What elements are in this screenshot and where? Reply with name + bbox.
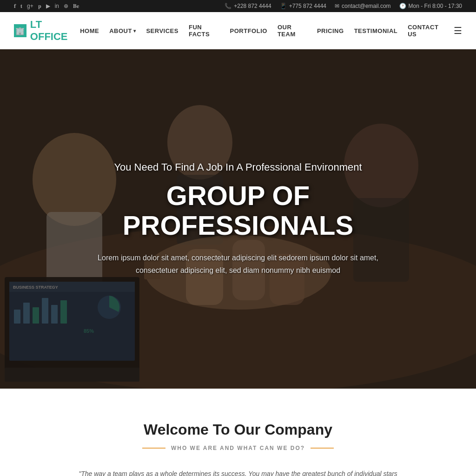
logo-text: LT OFFICE [30, 19, 80, 43]
youtube-icon: ▶ [46, 3, 50, 9]
welcome-subtitle-row: WHO WE ARE AND WHAT CAN WE DO? [14, 445, 462, 451]
rss-icon: ⊕ [64, 3, 68, 9]
behance-link[interactable]: 𝐁𝐞 [73, 3, 79, 9]
nav-home[interactable]: HOME [80, 27, 99, 34]
contact-info: 📞 +228 872 4444 📱 +775 872 4444 ✉ contac… [225, 3, 462, 9]
google-plus-link[interactable]: g+ [27, 3, 33, 9]
hero-description: Lorem ipsum dolor sit amet, consectetur … [71, 251, 405, 277]
right-divider-line [311, 448, 334, 449]
facebook-icon: 𝐟 [14, 3, 16, 9]
nav-our-team[interactable]: OUR TEAM [278, 24, 307, 38]
nav-contact-us[interactable]: CONTACT US [408, 24, 443, 38]
phone2-icon: 📱 [280, 3, 287, 9]
nav-about[interactable]: ABOUT ▾ [109, 27, 136, 34]
nav-fun-facts[interactable]: FUN FACTS [189, 24, 220, 38]
nav-portfolio[interactable]: PORTFOLIO [230, 27, 267, 34]
hamburger-menu[interactable]: ☰ [454, 25, 462, 36]
pinterest-link[interactable]: 𝐩 [38, 3, 41, 9]
main-nav: HOME ABOUT ▾ SERVICES FUN FACTS PORTFOLI… [80, 24, 462, 38]
facebook-link[interactable]: 𝐟 [14, 3, 16, 9]
linkedin-icon: in [55, 3, 59, 9]
clock-icon: 🕐 [399, 3, 406, 9]
welcome-section: Welcome To Our Company WHO WE ARE AND WH… [0, 389, 476, 476]
email: ✉ contact@email.com [335, 3, 391, 9]
twitter-link[interactable]: 𝐭 [20, 3, 22, 9]
logo-icon: 🏢 [14, 24, 26, 37]
linkedin-link[interactable]: in [55, 3, 59, 9]
hero-title: GROUP OF PROFESSIONALS [52, 181, 424, 240]
welcome-quote: "The way a team plays as a whole determi… [75, 468, 401, 476]
youtube-link[interactable]: ▶ [46, 3, 50, 9]
hours: 🕐 Mon - Fri 8:00 - 17:30 [399, 3, 462, 9]
welcome-subtitle: WHO WE ARE AND WHAT CAN WE DO? [171, 445, 305, 451]
nav-testimonial[interactable]: TESTIMONIAL [354, 27, 398, 34]
twitter-icon: 𝐭 [20, 3, 22, 9]
social-links: 𝐟 𝐭 g+ 𝐩 ▶ in ⊕ 𝐁𝐞 [14, 3, 79, 9]
top-bar: 𝐟 𝐭 g+ 𝐩 ▶ in ⊕ 𝐁𝐞 📞 +228 872 4444 📱 +77… [0, 0, 476, 12]
logo[interactable]: 🏢 LT OFFICE [14, 19, 80, 43]
google-plus-icon: g+ [27, 3, 33, 9]
header: 🏢 LT OFFICE HOME ABOUT ▾ SERVICES FUN FA… [0, 12, 476, 49]
behance-icon: 𝐁𝐞 [73, 3, 79, 9]
phone1: 📞 +228 872 4444 [225, 3, 271, 9]
hero-content: You Need To Find A Job In A Professional… [38, 161, 438, 277]
nav-pricing[interactable]: PRICING [317, 27, 344, 34]
rss-link[interactable]: ⊕ [64, 3, 68, 9]
chevron-down-icon: ▾ [133, 28, 136, 33]
phone1-icon: 📞 [225, 3, 231, 9]
left-divider-line [142, 448, 165, 449]
pinterest-icon: 𝐩 [38, 3, 41, 9]
phone2: 📱 +775 872 4444 [280, 3, 326, 9]
nav-services[interactable]: SERVICES [146, 27, 178, 34]
email-icon: ✉ [335, 3, 339, 9]
welcome-title: Welcome To Our Company [14, 421, 462, 438]
hero-subtitle: You Need To Find A Job In A Professional… [52, 161, 424, 173]
hero-section: BUSINESS STRATEGY 85% You Need To Find A… [0, 49, 476, 389]
